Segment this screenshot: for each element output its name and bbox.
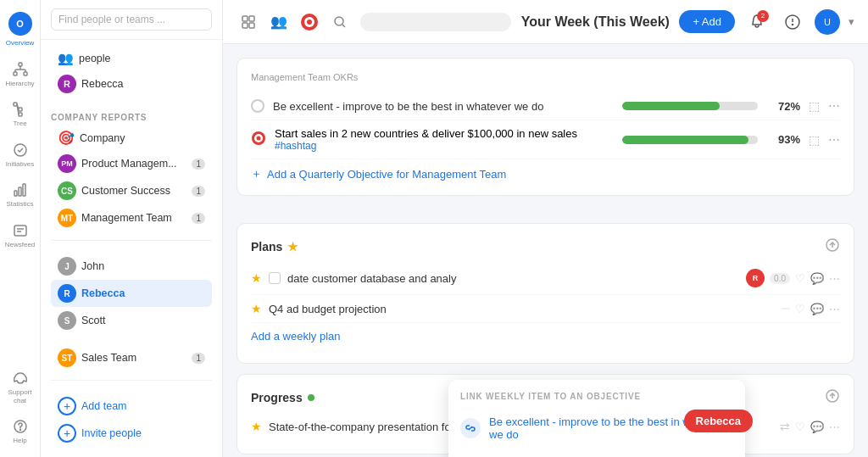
svg-rect-2 (24, 72, 27, 75)
okr-menu-icon-2[interactable]: ⋯ (828, 133, 840, 147)
add-team-button[interactable]: + Add team (51, 393, 212, 420)
nav-newsfeed[interactable]: Newsfeed (3, 217, 38, 254)
okr-checkbox-1[interactable] (251, 99, 264, 113)
sidebar-item-product-management[interactable]: PM Product Managem... 1 (51, 150, 212, 177)
scott-label: Scott (81, 315, 205, 326)
hierarchy-icon (12, 61, 29, 78)
okr-percent-1: 72% (766, 100, 800, 113)
user-avatar[interactable]: U (815, 9, 840, 35)
okr-bar-1 (622, 102, 758, 110)
sidebar-item-rebecca-main[interactable]: R Rebecca (51, 280, 212, 307)
nav-statistics-label: Statistics (6, 200, 33, 209)
progress-share-icon[interactable]: ⇄ (780, 420, 790, 433)
plan-star-2: ★ (251, 302, 262, 315)
sidebar-item-sales-team[interactable]: ST Sales Team 1 (51, 344, 212, 371)
topbar: 👥 Your Week (This Week) + Add (223, 0, 868, 44)
plan-actions-1: R 0.0 ♡ 💬 ⋯ (746, 269, 840, 287)
plan-menu-icon-2[interactable]: ⋯ (829, 303, 840, 315)
invite-people-icon: + (58, 424, 76, 443)
add-plan-button[interactable]: Add a weekly plan (251, 323, 840, 349)
nav-help[interactable]: Help (3, 413, 38, 450)
okr-row-2: Start sales in 2 new countries & deliver… (251, 120, 840, 159)
nav-help-label: Help (13, 437, 26, 445)
rebecca-tooltip: Rebecca (684, 410, 753, 432)
plans-card: Plans ★ ★ date customer d (236, 223, 854, 364)
tree-icon (12, 101, 29, 118)
progress-upload-icon[interactable] (825, 388, 840, 406)
john-avatar: J (58, 257, 76, 276)
progress-menu-icon[interactable]: ⋯ (829, 421, 840, 433)
sidebar-divider-1 (51, 240, 212, 241)
plan-comment-icon-2[interactable]: 💬 (810, 303, 824, 315)
progress-heart-icon[interactable]: ♡ (795, 421, 805, 433)
progress-comment-icon[interactable]: 💬 (810, 421, 824, 433)
sidebar: 👥 people R Rebecca COMPANY REPORTS 🎯 Com… (41, 0, 223, 457)
progress-actions: ⇄ ♡ 💬 ⋯ (780, 420, 840, 433)
nav-initiatives[interactable]: Initiatives (3, 137, 38, 174)
nav-statistics[interactable]: Statistics (3, 176, 38, 214)
topbar-people-icon[interactable]: 👥 (267, 10, 291, 34)
sidebar-item-people[interactable]: 👥 people (51, 47, 212, 70)
dropdown-item-2[interactable]: Start sales in 2 new countries & deliver… (448, 449, 745, 457)
okr-card-label: Management Team OKRs (251, 72, 840, 82)
support-icon (12, 370, 29, 387)
main-content: 👥 Your Week (This Week) + Add (223, 0, 868, 457)
plan-heart-icon-2[interactable]: ♡ (795, 303, 805, 315)
plan-avatar-sm-1: R (746, 269, 765, 287)
topbar-search-input[interactable] (360, 13, 511, 31)
nav-tree[interactable]: Tree (3, 96, 38, 133)
plan-comment-icon-1[interactable]: 💬 (810, 272, 824, 285)
topbar-icon-group: 👥 (236, 10, 352, 34)
add-objective-button[interactable]: ＋ Add a Quarterly Objective for Manageme… (251, 166, 840, 181)
svg-rect-15 (23, 184, 25, 196)
plan-heart-icon-1[interactable]: ♡ (795, 272, 805, 285)
invite-people-button[interactable]: + Invite people (51, 420, 212, 447)
sidebar-search-container (41, 0, 222, 40)
notifications-icon[interactable]: 2 (743, 8, 771, 36)
add-button[interactable]: + Add (679, 10, 735, 33)
svg-rect-16 (14, 226, 26, 236)
okr-link-icon-1[interactable]: ⬚ (809, 99, 820, 113)
company-label: Company (80, 132, 205, 144)
search-topbar-icon[interactable] (328, 10, 352, 34)
progress-star: ★ (251, 420, 262, 433)
plan-row-1: ★ date customer database and analy R 0.0… (251, 262, 840, 295)
progress-label: Progress (251, 391, 303, 404)
svg-rect-8 (19, 108, 22, 111)
pm-badge: 1 (192, 159, 205, 170)
sidebar-item-scott[interactable]: S Scott (51, 307, 212, 334)
search-input[interactable] (51, 8, 212, 31)
user-dropdown-icon[interactable]: ▾ (849, 15, 854, 28)
bell-icon[interactable] (779, 8, 806, 36)
nav-support-label: Support chat (6, 388, 35, 404)
add-section: + Add team + Invite people (41, 386, 222, 450)
sidebar-item-rebecca-top[interactable]: R Rebecca (51, 70, 212, 98)
nav-overview[interactable]: O Overview (3, 7, 38, 53)
sidebar-item-company[interactable]: 🎯 Company (51, 125, 212, 150)
sidebar-item-customer-success[interactable]: CS Customer Success 1 (51, 177, 212, 204)
nav-support[interactable]: Support chat (3, 365, 38, 410)
progress-dot (308, 394, 314, 401)
sidebar-item-management-team[interactable]: MT Management Team 1 (51, 204, 212, 231)
invite-people-label: Invite people (81, 427, 142, 439)
notification-badge: 2 (757, 10, 769, 22)
nav-overview-label: Overview (6, 39, 34, 47)
plans-upload-icon[interactable] (825, 237, 840, 255)
plan-menu-icon-1[interactable]: ⋯ (829, 272, 840, 285)
svg-rect-24 (249, 23, 254, 28)
okr-menu-icon-1[interactable]: ⋯ (828, 99, 840, 113)
grid-icon[interactable] (236, 10, 260, 34)
okr-text-group-2: Start sales in 2 new countries & deliver… (275, 127, 614, 152)
sidebar-item-john[interactable]: J John (51, 253, 212, 280)
svg-rect-13 (14, 191, 17, 196)
plan-checkbox-1[interactable] (269, 272, 281, 284)
okr-link-icon-2[interactable]: ⬚ (809, 133, 820, 147)
svg-rect-1 (14, 72, 17, 75)
newsfeed-icon (12, 222, 29, 239)
nav-hierarchy[interactable]: Hierarchy (3, 56, 38, 93)
topbar-target-icon[interactable] (298, 10, 321, 34)
icon-nav: O Overview Hierarchy Tree Initiatives (0, 0, 41, 457)
nav-newsfeed-label: Newsfeed (5, 241, 36, 249)
rebecca-main-label: Rebecca (81, 287, 205, 299)
svg-rect-7 (14, 103, 17, 106)
